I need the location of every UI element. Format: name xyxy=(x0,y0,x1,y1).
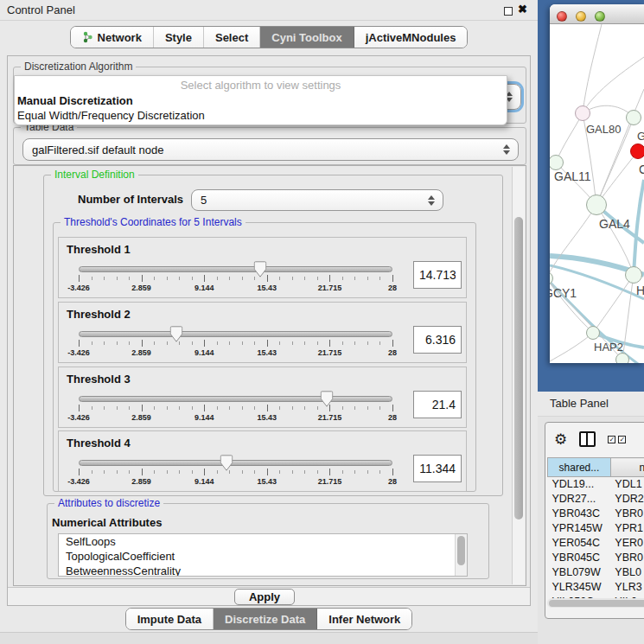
float-panel-icon[interactable] xyxy=(504,7,513,16)
tick-label: 2.859 xyxy=(131,413,151,422)
table-cell[interactable]: YER054C xyxy=(548,536,611,551)
tick-mark xyxy=(79,405,80,411)
list-scrollbar[interactable] xyxy=(455,534,467,576)
tab-infer-network[interactable]: Infer Network xyxy=(317,609,411,629)
attribute-list-item[interactable]: TopologicalCoefficient xyxy=(59,549,467,564)
column-header-name[interactable]: name xyxy=(610,458,644,477)
table-data-select[interactable]: galFiltered.sif default node xyxy=(22,138,519,161)
tick-mark xyxy=(79,340,80,347)
network-node[interactable] xyxy=(575,105,590,121)
tick-label: 28 xyxy=(388,413,397,422)
columns-icon[interactable] xyxy=(579,431,596,447)
network-node[interactable] xyxy=(625,266,642,284)
scrollbar-thumb[interactable] xyxy=(457,536,465,565)
threshold-value-input[interactable] xyxy=(413,455,462,482)
tab-cyni-toolbox[interactable]: Cyni Toolbox xyxy=(260,27,354,48)
gear-icon[interactable]: ⚙ xyxy=(554,432,567,447)
table-cell[interactable]: YBR0 xyxy=(610,551,644,565)
tick-mark xyxy=(304,341,305,345)
table-cell[interactable]: YBR045C xyxy=(548,551,611,565)
threshold-value-input[interactable] xyxy=(413,326,462,354)
table-cell[interactable]: YPR1 xyxy=(610,521,644,536)
table-row[interactable]: YBL079WYBL0 xyxy=(548,565,644,580)
threshold-3-slider: -3.4262.8599.14415.4321.71528 xyxy=(79,390,392,426)
table-cell[interactable]: YDL1 xyxy=(610,477,644,492)
tab-network[interactable]: Network xyxy=(71,27,154,48)
top-tabbar: Network Style Select Cyni Toolbox jActiv… xyxy=(0,26,538,48)
table-cell[interactable]: YPR145W xyxy=(548,521,611,536)
tick-mark xyxy=(292,277,293,280)
algorithm-option-manual[interactable]: Manual Discretization xyxy=(17,94,133,107)
tick-label: -3.426 xyxy=(67,477,90,486)
table-cell[interactable]: YBL079W xyxy=(548,565,611,580)
attribute-list-item[interactable]: SelfLoops xyxy=(59,534,467,549)
minimize-window-icon[interactable] xyxy=(576,11,586,22)
table-row[interactable]: YDL19...YDL1 xyxy=(548,477,644,492)
tick-mark xyxy=(142,469,143,475)
table-hscrollbar[interactable] xyxy=(547,598,644,608)
table-cell[interactable]: YDR27... xyxy=(548,492,611,507)
tick-mark xyxy=(254,470,255,474)
network-node[interactable] xyxy=(626,110,641,125)
tick-label: 28 xyxy=(388,284,397,292)
tab-style[interactable]: Style xyxy=(154,27,204,48)
table-cell[interactable]: YBR0 xyxy=(610,507,644,521)
tab-select[interactable]: Select xyxy=(204,27,260,48)
table-cell[interactable]: YLR3 xyxy=(610,580,644,595)
close-panel-icon[interactable]: ✖ xyxy=(518,3,527,16)
threshold-value-input[interactable] xyxy=(413,261,462,289)
scrollbar-thumb[interactable] xyxy=(514,217,523,520)
tick-mark xyxy=(392,340,393,347)
numerical-attributes-list[interactable]: SelfLoopsTopologicalCoefficientBetweenne… xyxy=(58,533,468,577)
threshold-value-input[interactable] xyxy=(413,391,462,418)
table-cell[interactable]: YLR345W xyxy=(548,580,611,595)
tick-mark xyxy=(142,340,143,347)
table-cell[interactable]: YDR2 xyxy=(610,492,644,507)
table-cell[interactable]: YBR043C xyxy=(548,507,611,521)
table-row[interactable]: YER054CYER0 xyxy=(548,536,644,551)
tick-mark xyxy=(342,406,343,410)
attribute-list-item[interactable]: BetweennessCentrality xyxy=(59,564,467,577)
zoom-window-icon[interactable] xyxy=(595,11,605,22)
table-row[interactable]: YDR27...YDR2 xyxy=(548,492,644,507)
tick-mark xyxy=(154,277,155,280)
select-checkboxes-icon[interactable]: ✓ ✓ xyxy=(608,436,626,443)
network-canvas[interactable]: GAL80 GAL11 GAL4 GCY1 HAP2 G C H xyxy=(550,24,644,363)
network-node[interactable] xyxy=(615,353,629,363)
tick-mark xyxy=(279,470,280,474)
table-panel-title: Table Panel xyxy=(550,397,609,410)
table-cell[interactable]: YDL19... xyxy=(548,477,611,492)
tick-label: 9.144 xyxy=(194,284,214,292)
network-icon xyxy=(82,31,93,43)
network-node-selected[interactable] xyxy=(630,143,644,159)
panel-scrollbar[interactable] xyxy=(512,167,525,584)
tick-mark xyxy=(117,406,118,410)
scrollbar-thumb[interactable] xyxy=(549,600,644,607)
tab-jactivemnodules[interactable]: jActiveMNodules xyxy=(354,27,468,48)
tick-mark xyxy=(217,470,218,474)
close-window-icon[interactable] xyxy=(557,11,567,22)
number-of-intervals-spinner[interactable]: 5 xyxy=(191,189,443,211)
network-window-titlebar[interactable] xyxy=(550,4,644,24)
table-cell[interactable]: YER0 xyxy=(610,536,644,551)
tab-impute-data[interactable]: Impute Data xyxy=(126,609,214,629)
slider-track[interactable] xyxy=(79,331,392,337)
slider-track[interactable] xyxy=(79,460,392,466)
table-row[interactable]: YBR043CYBR0 xyxy=(548,507,644,521)
tick-label: 9.144 xyxy=(194,477,214,486)
column-header-shared-name[interactable]: shared... xyxy=(548,458,611,477)
algorithm-option-equal-width[interactable]: Equal Width/Frequency Discretization xyxy=(17,109,205,122)
control-panel-titlebar: Control Panel ✖ xyxy=(0,0,538,21)
table-row[interactable]: YBR045CYBR0 xyxy=(548,551,644,565)
table-row[interactable]: YPR145WYPR1 xyxy=(548,521,644,536)
network-node[interactable] xyxy=(586,194,607,215)
slider-tick-labels: -3.4262.8599.14415.4321.71528 xyxy=(79,413,392,423)
table-row[interactable]: YLR345WYLR3 xyxy=(548,580,644,595)
slider-track[interactable] xyxy=(79,396,392,402)
tab-discretize-data[interactable]: Discretize Data xyxy=(214,609,317,629)
apply-button[interactable]: Apply xyxy=(234,589,295,605)
tick-mark xyxy=(267,469,268,475)
table-cell[interactable]: YBL0 xyxy=(610,565,644,580)
slider-track[interactable] xyxy=(79,266,392,272)
network-node[interactable] xyxy=(586,326,600,340)
